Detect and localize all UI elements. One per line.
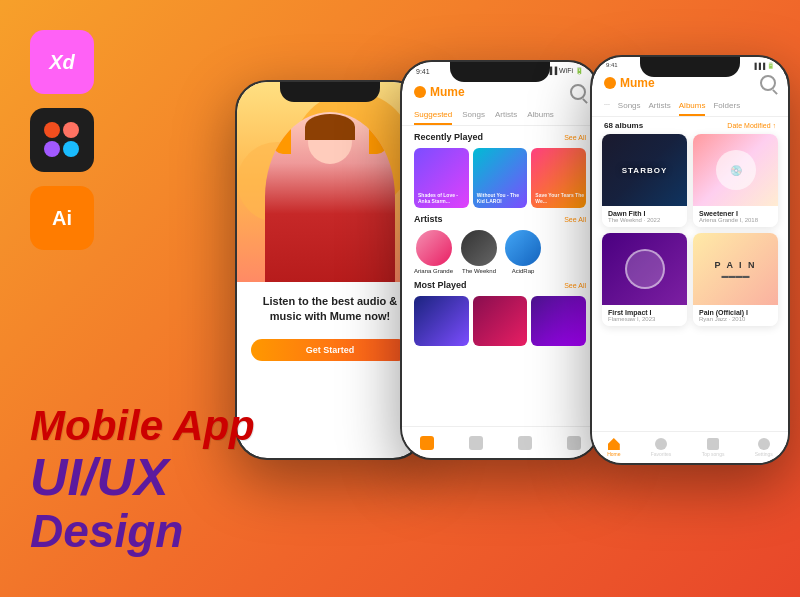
album-card-2[interactable]: 💿 Sweetener I Ariena Grande I, 2018 (693, 134, 778, 227)
tab-phone3-artists[interactable]: Artists (649, 97, 671, 116)
phone-onboarding: Listen to the best audio & music with Mu… (235, 80, 425, 460)
bottom-text-block: Mobile App UI/UX Design (30, 403, 255, 557)
album-cover-1: STARBOY (602, 134, 687, 206)
tab-songs[interactable]: Songs (462, 106, 485, 125)
tools-container: Xd Ai (30, 30, 94, 250)
figma-circle-3 (44, 141, 60, 157)
album-info-3: First Impact I Flamesaw I, 2023 (602, 305, 687, 326)
uiux-text: UI/UX (30, 449, 255, 506)
recently-played-section: Recently Played See All Shades of Love -… (402, 132, 598, 214)
artists-section: Artists See All Ariana Grande The Weeknd (402, 214, 598, 280)
album-info-2: Sweetener I Ariena Grande I, 2018 (693, 206, 778, 227)
recently-played-grid: Shades of Love - Anka Starm... Without Y… (414, 148, 586, 208)
headphone-left (273, 128, 291, 154)
phone3-bottom-nav: Home Favorites Top songs Settings (592, 431, 788, 463)
most-played-row (414, 296, 586, 346)
most-played-1[interactable] (414, 296, 469, 346)
album-cover-4: P A I N ▬▬▬▬ (693, 233, 778, 305)
nav-home-icon[interactable] (420, 436, 434, 450)
nav-profile-icon[interactable] (567, 436, 581, 450)
tab-suggested[interactable]: Suggested (414, 106, 452, 125)
adobe-illustrator-icon: Ai (30, 186, 94, 250)
phone2-notch (450, 62, 550, 82)
phone1-cta-button[interactable]: Get Started (251, 339, 409, 361)
nav-library-icon[interactable] (518, 436, 532, 450)
tab-phone3-folders[interactable]: Folders (713, 97, 740, 116)
phone-music-app: 9:41 ▐▐▐ WiFi 🔋 Mume Suggested Songs Art… (400, 60, 600, 460)
artist-weeknd: The Weeknd (461, 230, 497, 274)
phone3-logo-icon (604, 77, 616, 89)
adobe-xd-icon: Xd (30, 30, 94, 94)
figma-circle-4 (63, 141, 79, 157)
phone1-tagline: Listen to the best audio & music with Mu… (251, 294, 409, 325)
albums-grid: STARBOY Dawn Fith I The Weeknd · 2022 💿 (592, 134, 788, 326)
recent-card-3[interactable]: Save Your Tears The We... (531, 148, 586, 208)
most-played-2[interactable] (473, 296, 528, 346)
phone1-notch (280, 82, 380, 102)
artist-avatar-acidrap (505, 230, 541, 266)
artist-ariana: Ariana Grande (414, 230, 453, 274)
album-card-1[interactable]: STARBOY Dawn Fith I The Weeknd · 2022 (602, 134, 687, 227)
phone2-bottom-nav (402, 426, 598, 458)
headphone-right (369, 128, 387, 154)
figma-circle-1 (44, 122, 60, 138)
artist-avatar-weeknd (461, 230, 497, 266)
phone1-hero-image (237, 82, 423, 282)
phone-albums: 9:41 ▐▐▐ 🔋 Mume ··· Songs Artists Albums… (590, 55, 790, 465)
design-text: Design (30, 506, 255, 557)
tab-phone3-home[interactable]: ··· (604, 97, 610, 116)
nav-search-icon[interactable] (469, 436, 483, 450)
most-played-header: Most Played See All (414, 280, 586, 290)
album-cover-3 (602, 233, 687, 305)
recent-card-2[interactable]: Without You - The Kid LAROI (473, 148, 528, 208)
artists-header: Artists See All (414, 214, 586, 224)
recent-card-1-label: Shades of Love - Anka Starm... (418, 192, 469, 204)
album-card-3[interactable]: First Impact I Flamesaw I, 2023 (602, 233, 687, 326)
figma-icon (30, 108, 94, 172)
album-info-4: Pain (Official) I Ryan Jazz · 2010 (693, 305, 778, 326)
nav3-favorites[interactable]: Favorites (651, 438, 672, 457)
nav3-explore[interactable]: Top songs (702, 438, 725, 457)
phone2-screen: 9:41 ▐▐▐ WiFi 🔋 Mume Suggested Songs Art… (402, 62, 598, 458)
phone3-notch (640, 57, 740, 77)
phone1-body: Listen to the best audio & music with Mu… (237, 282, 423, 373)
mobile-app-text: Mobile App (30, 403, 255, 449)
album-cover-2: 💿 (693, 134, 778, 206)
recent-card-2-label: Without You - The Kid LAROI (477, 192, 528, 204)
artists-row: Ariana Grande The Weeknd AcidRap (414, 230, 586, 274)
background: Xd Ai Mobile App UI/UX Design (0, 0, 800, 597)
phone3-mume-logo: Mume (604, 76, 655, 90)
nav3-settings[interactable]: Settings (755, 438, 773, 457)
mume-logo-icon (414, 86, 426, 98)
phone2-header: Mume (402, 80, 598, 106)
figma-circle-2 (63, 122, 79, 138)
artist-avatar-ariana (416, 230, 452, 266)
album-card-4[interactable]: P A I N ▬▬▬▬ Pain (Official) I Ryan Jazz… (693, 233, 778, 326)
recent-card-1[interactable]: Shades of Love - Anka Starm... (414, 148, 469, 208)
phone2-tabs: Suggested Songs Artists Albums (402, 106, 598, 126)
tab-artists[interactable]: Artists (495, 106, 517, 125)
mume-logo: Mume (414, 85, 465, 99)
phone3-search-icon[interactable] (760, 75, 776, 91)
recent-card-3-label: Save Your Tears The We... (535, 192, 586, 204)
tab-phone3-songs[interactable]: Songs (618, 97, 641, 116)
tab-albums[interactable]: Albums (527, 106, 554, 125)
search-icon[interactable] (570, 84, 586, 100)
nav3-home[interactable]: Home (607, 438, 620, 457)
most-played-section: Most Played See All (402, 280, 598, 352)
hero-person (265, 112, 395, 282)
recently-played-header: Recently Played See All (414, 132, 586, 142)
tab-phone3-albums[interactable]: Albums (679, 97, 706, 116)
phone3-tabs: ··· Songs Artists Albums Folders (592, 97, 788, 117)
artist-acidrap: AcidRap (505, 230, 541, 274)
phones-container: Listen to the best audio & music with Mu… (180, 0, 800, 597)
person-hair (305, 114, 355, 140)
albums-info: 68 albums Date Modified ↑ (592, 121, 788, 134)
most-played-3[interactable] (531, 296, 586, 346)
album-info-1: Dawn Fith I The Weeknd · 2022 (602, 206, 687, 227)
phone1-screen: Listen to the best audio & music with Mu… (237, 82, 423, 458)
phone3-screen: 9:41 ▐▐▐ 🔋 Mume ··· Songs Artists Albums… (592, 57, 788, 463)
